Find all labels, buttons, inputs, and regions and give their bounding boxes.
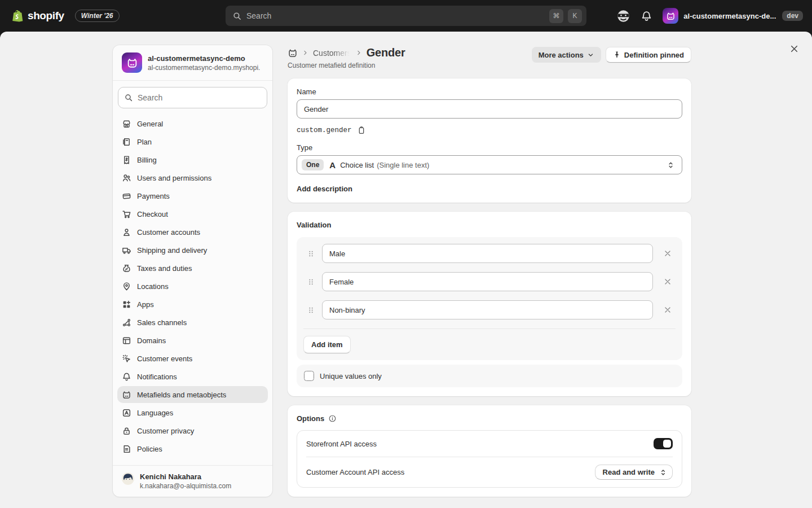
pushpin-icon bbox=[613, 51, 621, 59]
sidebar-item-customer-events[interactable]: Customer events bbox=[117, 350, 268, 367]
choice-input[interactable] bbox=[322, 300, 653, 319]
search-icon bbox=[124, 93, 133, 102]
sidebar-item-label: Payments bbox=[137, 192, 170, 200]
sidebar-item-metafields-and-metaobjects[interactable]: Metafields and metaobjects bbox=[117, 386, 268, 403]
copy-icon[interactable] bbox=[357, 126, 366, 135]
breadcrumb-parent[interactable]: Customers bbox=[313, 49, 351, 58]
sidebar-item-label: Locations bbox=[137, 282, 169, 291]
definition-pinned-label: Definition pinned bbox=[624, 51, 684, 59]
global-search[interactable]: ⌘ K bbox=[226, 6, 586, 26]
type-cardinality-badge: One bbox=[302, 159, 324, 170]
plan-icon bbox=[122, 137, 131, 147]
env-badge: dev bbox=[782, 11, 803, 21]
storefront-api-label: Storefront API access bbox=[306, 440, 377, 448]
metafields-icon[interactable] bbox=[288, 48, 298, 58]
sidebar-item-shipping-and-delivery[interactable]: Shipping and delivery bbox=[117, 242, 268, 259]
definition-pinned-button[interactable]: Definition pinned bbox=[606, 47, 691, 63]
validation-card: Validation Add item bbox=[288, 212, 691, 396]
shortcut-k-key: K bbox=[568, 9, 582, 23]
sidebar-item-general[interactable]: General bbox=[117, 115, 268, 132]
sidebar-user[interactable]: Kenichi Nakahara k.nakahara@o-alquimista… bbox=[113, 465, 272, 497]
store-icon bbox=[122, 119, 131, 129]
choice-row bbox=[303, 300, 676, 319]
add-item-button[interactable]: Add item bbox=[303, 336, 351, 353]
policies-icon bbox=[122, 444, 131, 454]
sidebar-item-customer-accounts[interactable]: Customer accounts bbox=[117, 224, 268, 240]
sidebar-item-customer-privacy[interactable]: Customer privacy bbox=[117, 422, 268, 439]
sidebar-item-label: Users and permissions bbox=[137, 174, 211, 182]
sidebar-item-checkout[interactable]: Checkout bbox=[117, 205, 268, 222]
close-button[interactable] bbox=[786, 41, 802, 56]
sidebar-item-sales-channels[interactable]: Sales channels bbox=[117, 314, 268, 331]
remove-choice-button[interactable] bbox=[660, 249, 676, 258]
chevron-right-icon bbox=[355, 49, 363, 56]
info-icon[interactable] bbox=[328, 414, 337, 423]
tax-bag-icon bbox=[122, 264, 131, 273]
sidebar-item-taxes-and-duties[interactable]: Taxes and duties bbox=[117, 260, 268, 277]
store-name: al-customermetasync-demo bbox=[148, 54, 261, 63]
sidebar-item-billing[interactable]: Billing bbox=[117, 151, 268, 168]
drag-handle-icon[interactable] bbox=[303, 278, 319, 286]
type-label: Type bbox=[297, 143, 682, 152]
channels-icon bbox=[122, 318, 131, 327]
sidebar-item-policies[interactable]: Policies bbox=[117, 440, 268, 457]
name-input[interactable] bbox=[297, 99, 682, 119]
store-avatar bbox=[122, 52, 142, 73]
sidebar-item-users-and-permissions[interactable]: Users and permissions bbox=[117, 169, 268, 186]
updown-chevrons-icon bbox=[659, 468, 667, 476]
storefront-api-toggle[interactable] bbox=[654, 438, 673, 449]
settings-sidebar: al-customermetasync-demo al-customermeta… bbox=[113, 45, 272, 497]
payments-icon bbox=[122, 191, 131, 201]
store-chip-name: al-customermetasync-de... bbox=[683, 12, 776, 20]
sidekick-icon[interactable] bbox=[616, 9, 630, 23]
customer-account-api-select[interactable]: Read and write bbox=[595, 465, 673, 480]
sidebar-item-label: Policies bbox=[137, 445, 162, 453]
sidebar-item-notifications[interactable]: Notifications bbox=[117, 368, 268, 385]
sidebar-item-label: Apps bbox=[137, 300, 154, 309]
drag-handle-icon[interactable] bbox=[303, 249, 319, 258]
toggle-knob bbox=[663, 440, 671, 448]
more-actions-button[interactable]: More actions bbox=[532, 47, 601, 63]
languages-icon bbox=[122, 408, 131, 418]
sidebar-store-header[interactable]: al-customermetasync-demo al-customermeta… bbox=[113, 45, 272, 81]
sidebar-item-label: Languages bbox=[137, 409, 173, 417]
unique-values-checkbox[interactable] bbox=[304, 371, 314, 381]
remove-choice-button[interactable] bbox=[660, 277, 676, 286]
drag-handle-icon[interactable] bbox=[303, 306, 319, 314]
shopify-bag-icon bbox=[10, 9, 24, 23]
sidebar-item-payments[interactable]: Payments bbox=[117, 187, 268, 204]
settings-surface: al-customermetasync-demo al-customermeta… bbox=[0, 32, 812, 508]
type-select[interactable]: One A Choice list (Single line text) bbox=[297, 155, 682, 174]
more-actions-label: More actions bbox=[539, 51, 584, 59]
domains-icon bbox=[122, 336, 131, 345]
cursor-icon bbox=[122, 354, 131, 364]
global-search-input[interactable] bbox=[246, 11, 545, 20]
sidebar-item-label: Domains bbox=[137, 336, 166, 345]
sidebar-item-label: Notifications bbox=[137, 373, 177, 381]
choice-input[interactable] bbox=[322, 272, 653, 291]
sidebar-item-languages[interactable]: Languages bbox=[117, 404, 268, 421]
header-actions: More actions Definition pinned bbox=[532, 44, 691, 63]
updown-chevrons-icon bbox=[667, 161, 675, 169]
customer-account-api-label: Customer Account API access bbox=[306, 468, 404, 476]
options-title: Options bbox=[297, 414, 324, 423]
apps-icon bbox=[122, 300, 131, 309]
sidebar-item-plan[interactable]: Plan bbox=[117, 133, 268, 150]
add-description-button[interactable]: Add description bbox=[297, 185, 352, 193]
customer-account-api-row: Customer Account API access Read and wri… bbox=[297, 457, 682, 487]
sidebar-search-input[interactable] bbox=[118, 87, 267, 108]
sidebar-item-domains[interactable]: Domains bbox=[117, 332, 268, 349]
sidebar-item-label: Checkout bbox=[137, 210, 168, 218]
storefront-api-row: Storefront API access bbox=[297, 431, 682, 457]
sidebar-item-locations[interactable]: Locations bbox=[117, 278, 268, 295]
shopify-logo: shopify Winter '26 bbox=[0, 9, 120, 23]
store-domain: al-customermetasync-demo.myshopi... bbox=[148, 64, 261, 72]
sidebar-item-apps[interactable]: Apps bbox=[117, 296, 268, 313]
choice-input[interactable] bbox=[322, 244, 653, 263]
type-value-secondary: (Single line text) bbox=[377, 161, 429, 169]
remove-choice-button[interactable] bbox=[660, 305, 676, 314]
store-account-chip[interactable]: al-customermetasync-de... dev bbox=[663, 8, 803, 24]
sidebar-item-label: Taxes and duties bbox=[137, 264, 192, 273]
sidebar-item-label: Billing bbox=[137, 156, 157, 164]
notifications-bell-icon[interactable] bbox=[641, 10, 652, 22]
